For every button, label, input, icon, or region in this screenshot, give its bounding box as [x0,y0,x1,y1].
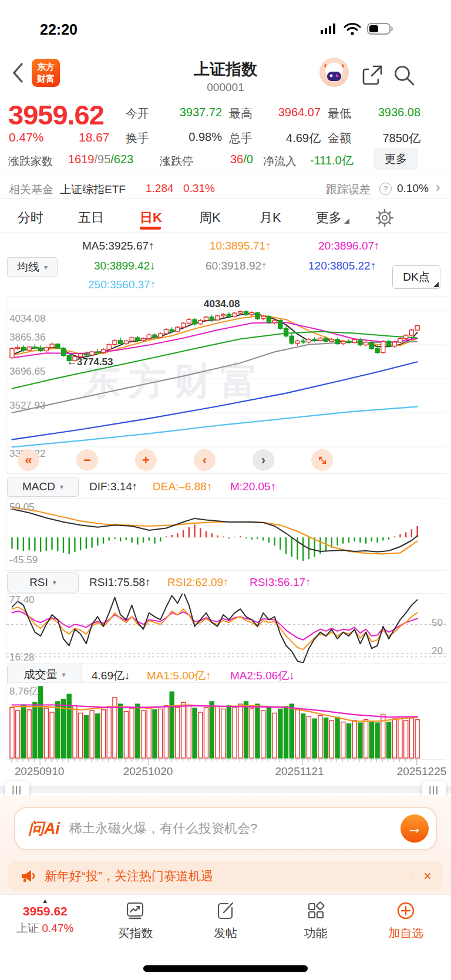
x-label-2: 20251121 [275,765,324,778]
search-icon[interactable] [392,63,416,87]
dropdown-caret-icon: ▾ [60,483,63,491]
x-label-3: 20251225 [397,765,447,778]
buy-index-icon [125,901,145,921]
ma120-legend: 120:3805.22↑ [308,260,376,272]
tab-more-caret-icon [344,218,349,224]
low-annotation: ←3774.53 [67,356,113,368]
tab-more[interactable]: 更多 [316,209,342,227]
status-time: 22:20 [40,21,78,38]
limit-up-count: 36 [230,153,243,166]
tab-daily-k[interactable]: 日K [140,209,162,227]
banner-close-icon[interactable]: × [412,868,443,884]
ma60-legend: 60:3918.92↑ [206,260,267,272]
macd-chart[interactable] [6,499,446,570]
fund-row-label: 相关基金 [9,182,53,197]
nav-buy-index-label: 买指数 [117,925,153,941]
ask-ai-input[interactable]: 问Ai 稀土永磁火爆，有什么投资机会? → [14,807,437,850]
kline-axis-3: 3527.93 [9,400,45,412]
stat-value-turnover: 0.98% [152,130,222,144]
fund-name[interactable]: 上证综指ETF [60,182,126,197]
tab-weekly-k[interactable]: 周K [199,209,221,227]
rsi-panel: 77.40 50 20 16.28 [6,593,446,664]
rsi2-legend: RSI2:62.09↑ [167,576,229,589]
rsi3-legend: RSI3:56.17↑ [250,576,311,589]
dropdown-caret-icon: ▾ [53,578,56,587]
nav-item-add-watchlist[interactable]: 加自选 [361,895,451,980]
stat-value-low: 3936.08 [352,106,420,119]
question-icon[interactable]: ? [379,183,392,195]
macd-dif-legend: DIF:3.14↑ [89,480,137,493]
netflow-label: 净流入 [263,154,297,169]
share-icon[interactable] [361,63,384,87]
x-axis: 20250910 20251020 20251121 20251225 [6,759,445,779]
nav-post-label: 发帖 [214,925,237,941]
x-label-1: 20251020 [123,765,173,778]
ai-assistant-avatar[interactable] [319,58,349,87]
wifi-icon [344,22,361,35]
gear-icon[interactable] [375,208,395,228]
stat-label-turnover: 换手 [126,130,149,146]
robot-icon [319,58,349,87]
stat-label-amount: 金额 [328,130,351,146]
status-icons [320,22,394,35]
ask-ai-placeholder: 稀土永磁火爆，有什么投资机会? [69,820,400,837]
add-watchlist-icon [396,901,416,921]
macd-m-legend: M:20.05↑ [230,480,276,493]
app-screen: 22:20 东方 财富 上证指数 000001 [0,0,451,980]
ma10-legend: 10:3895.71↑ [210,240,271,252]
megaphone-icon [20,868,36,884]
nav-item-quote[interactable]: ▲ 3959.62 上证 0.47% [0,895,90,980]
promo-banner[interactable]: 新年好“投”，关注热门赛道机遇 × [8,861,443,891]
ma20-legend: 20:3896.07↑ [318,240,380,252]
ask-ai-logo: 问Ai [28,818,60,839]
dropdown-caret-icon: ▾ [62,671,65,679]
fast-backward-button[interactable]: « [18,449,39,471]
kline-axis-0: 4034.08 [9,313,45,325]
expand-button[interactable] [311,449,333,471]
volume-chart[interactable] [6,683,446,759]
chevron-right-icon[interactable]: › [436,180,440,196]
tab-minute[interactable]: 分时 [18,209,43,227]
volume-axis-max: 8.76亿 [9,685,39,698]
updown-label: 涨跌家数 [8,154,53,169]
pan-left-button[interactable]: ‹ [194,449,216,471]
ask-ai-send-button[interactable]: → [400,814,429,843]
rsi-guide-50-label: 50 [432,617,443,629]
limit-counts: 36/0 [230,153,253,166]
stat-label-open: 今开 [126,106,149,122]
limit-down-count: /0 [243,153,253,166]
x-label-0: 20250910 [15,765,65,778]
dk-point-button[interactable]: DK点 [392,265,440,289]
dk-point-label: DK点 [403,271,429,283]
flat-count: /95 [95,153,111,166]
post-icon [216,901,235,921]
rsi-chart[interactable] [6,594,446,663]
rsi-dropdown[interactable]: RSI ▾ [7,572,79,592]
macd-axis-top: 59.05 [9,501,35,513]
kline-panel: 东方财富 4034.08 3865.36 3696.65 3527.93 335… [6,297,446,474]
zoom-in-button[interactable]: + [135,449,157,471]
battery-icon [367,22,394,35]
rsi-dropdown-label: RSI [29,576,48,589]
macd-dea-legend: DEA:–6.88↑ [153,480,212,493]
stat-label-low: 最低 [328,106,351,122]
volume-dropdown[interactable]: 成交量 ▾ [7,665,82,685]
nav-quote-name: 上证 [16,922,39,934]
macd-dropdown[interactable]: MACD ▾ [7,477,79,497]
pan-right-button[interactable]: › [253,449,274,471]
features-grid-icon [306,901,326,921]
fund-pct: 0.31% [183,182,215,195]
kline-chart[interactable] [6,297,446,473]
home-indicator[interactable] [143,965,308,972]
chart-scrollbar-track[interactable] [0,786,451,793]
tab-5day[interactable]: 五日 [78,209,104,227]
more-stats-button[interactable]: 更多 [373,148,418,170]
ma-dropdown[interactable]: 均线 ▾ [7,257,58,277]
dk-corner-caret-icon [433,282,439,287]
zoom-out-button[interactable]: − [76,449,98,471]
tracking-error-value: 0.10% [397,182,429,195]
advancers-count: 1619 [68,153,95,166]
limit-label: 涨跌停 [160,154,193,169]
peak-annotation: 4034.08 [204,298,240,310]
tab-monthly-k[interactable]: 月K [260,209,281,227]
